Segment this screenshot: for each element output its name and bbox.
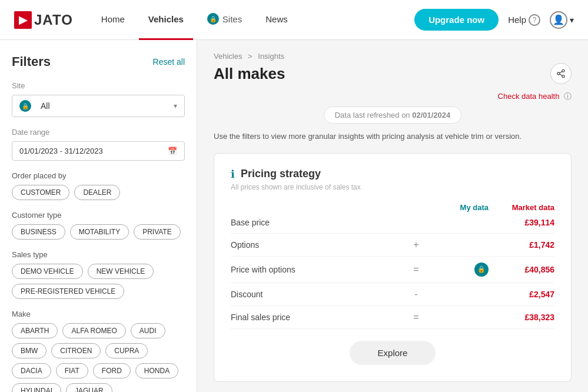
sales-type-filter: Sales type DEMO VEHICLE NEW VEHICLE PRE-… bbox=[12, 250, 185, 299]
pricing-row-price-with-options: Price with options = 🔒 £40,856 bbox=[231, 257, 554, 283]
user-icon: 👤 bbox=[550, 11, 567, 29]
col-market-data-header: Market data bbox=[496, 203, 554, 212]
make-filter: Make ABARTH ALFA ROMEO AUDI BMW CITROEN … bbox=[12, 310, 185, 392]
date-range-label: Date range bbox=[12, 128, 185, 137]
share-icon bbox=[556, 69, 566, 78]
price-with-options-label: Price with options bbox=[231, 265, 407, 274]
breadcrumb: Vehicles > Insights bbox=[214, 52, 572, 61]
svg-line-4 bbox=[560, 71, 563, 73]
price-with-options-mydata: 🔒 bbox=[425, 263, 496, 277]
base-price-label: Base price bbox=[231, 218, 407, 227]
options-label: Options bbox=[231, 240, 407, 250]
price-with-options-market: £40,856 bbox=[496, 265, 554, 274]
chip-citroen[interactable]: CITROEN bbox=[51, 343, 101, 358]
main-content: Vehicles > Insights All makes Check data… bbox=[197, 40, 588, 392]
chip-cupra[interactable]: CUPRA bbox=[105, 343, 148, 358]
share-button[interactable] bbox=[550, 63, 572, 84]
check-health-info-icon: ⓘ bbox=[564, 92, 572, 101]
pricing-card-title: Pricing strategy bbox=[241, 168, 321, 180]
chip-customer[interactable]: CUSTOMER bbox=[12, 185, 69, 200]
chip-abarth[interactable]: ABARTH bbox=[12, 323, 58, 338]
order-placed-by-filter: Order placed by CUSTOMER DEALER bbox=[12, 171, 185, 200]
pricing-card-header: ℹ Pricing strategy bbox=[231, 168, 554, 181]
navbar: ▶ JATO Home Vehicles 🔒 Sites News Upgrad… bbox=[0, 0, 588, 40]
pricing-row-base-price: Base price £39,114 bbox=[231, 212, 554, 234]
filters-title: Filters bbox=[12, 54, 51, 69]
date-range-filter: Date range 01/01/2023 - 31/12/2023 📅 bbox=[12, 128, 185, 161]
sales-type-label: Sales type bbox=[12, 250, 185, 259]
options-market: £1,742 bbox=[496, 240, 554, 250]
chip-hyundai[interactable]: HYUNDAI bbox=[12, 383, 61, 392]
chip-jaguar[interactable]: JAGUAR bbox=[66, 383, 112, 392]
check-health: Check data health ⓘ bbox=[214, 91, 572, 102]
discount-op: - bbox=[407, 289, 425, 300]
site-label: Site bbox=[12, 81, 185, 90]
breadcrumb-parent[interactable]: Vehicles bbox=[214, 52, 242, 61]
help-link[interactable]: Help ? bbox=[508, 14, 540, 26]
chip-alfa-romeo[interactable]: ALFA ROMEO bbox=[62, 323, 125, 338]
breadcrumb-separator: > bbox=[248, 52, 253, 61]
final-price-market: £38,323 bbox=[496, 313, 554, 322]
nav-home[interactable]: Home bbox=[92, 0, 134, 40]
pricing-card: ℹ Pricing strategy All prices shown are … bbox=[214, 153, 572, 382]
nav-links: Home Vehicles 🔒 Sites News bbox=[92, 0, 414, 40]
chip-motability[interactable]: MOTABILITY bbox=[70, 224, 129, 240]
chip-pre-registered[interactable]: PRE-REGISTERED VEHICLE bbox=[12, 284, 124, 299]
chip-honda[interactable]: HONDA bbox=[135, 363, 178, 378]
pricing-row-discount: Discount - £2,547 bbox=[231, 283, 554, 306]
hint-text: Use the filters to view more granular in… bbox=[214, 131, 572, 142]
chip-private[interactable]: PRIVATE bbox=[134, 224, 181, 240]
chip-demo-vehicle[interactable]: DEMO VEHICLE bbox=[12, 264, 83, 279]
logo-text: JATO bbox=[34, 12, 73, 28]
chip-ford[interactable]: FORD bbox=[93, 363, 131, 378]
pricing-subtitle: All prices shown are inclusive of sales … bbox=[231, 183, 554, 191]
chip-dealer[interactable]: DEALER bbox=[74, 185, 120, 200]
customer-type-filter: Customer type BUSINESS MOTABILITY PRIVAT… bbox=[12, 211, 185, 240]
data-refresh-prefix: Data last refreshed on bbox=[335, 111, 410, 119]
site-filter: Site 🔒 All ▾ bbox=[12, 81, 185, 117]
sidebar-header: Filters Reset all bbox=[12, 54, 185, 69]
chip-fiat[interactable]: FIAT bbox=[56, 363, 88, 378]
chip-dacia[interactable]: DACIA bbox=[12, 363, 51, 378]
reset-all-button[interactable]: Reset all bbox=[153, 57, 185, 67]
price-with-options-op: = bbox=[407, 264, 425, 275]
nav-sites[interactable]: 🔒 Sites bbox=[198, 0, 251, 40]
main-layout: Filters Reset all Site 🔒 All ▾ Date rang… bbox=[0, 40, 588, 392]
explore-button[interactable]: Explore bbox=[350, 341, 436, 365]
chip-new-vehicle[interactable]: NEW VEHICLE bbox=[88, 264, 154, 279]
chip-bmw[interactable]: BMW bbox=[12, 343, 46, 358]
sidebar: Filters Reset all Site 🔒 All ▾ Date rang… bbox=[0, 40, 197, 392]
nav-sites-label: Sites bbox=[222, 14, 242, 24]
customer-type-label: Customer type bbox=[12, 211, 185, 220]
pricing-info-icon: ℹ bbox=[231, 168, 235, 181]
upgrade-button[interactable]: Upgrade now bbox=[414, 9, 499, 31]
chip-business[interactable]: BUSINESS bbox=[12, 224, 65, 240]
site-select-inner: 🔒 All ▾ bbox=[19, 100, 177, 112]
sites-lock-icon: 🔒 bbox=[207, 13, 219, 25]
date-range-input[interactable]: 01/01/2023 - 31/12/2023 📅 bbox=[12, 141, 185, 161]
help-label: Help bbox=[508, 15, 526, 25]
order-placed-by-label: Order placed by bbox=[12, 171, 185, 180]
site-select[interactable]: 🔒 All ▾ bbox=[12, 95, 185, 117]
nav-vehicles[interactable]: Vehicles bbox=[139, 0, 193, 40]
order-chips: CUSTOMER DEALER bbox=[12, 185, 185, 200]
make-label: Make bbox=[12, 310, 185, 318]
page-title: All makes bbox=[214, 63, 572, 84]
sales-type-chips: DEMO VEHICLE NEW VEHICLE PRE-REGISTERED … bbox=[12, 264, 185, 299]
nav-news[interactable]: News bbox=[256, 0, 297, 40]
chip-audi[interactable]: AUDI bbox=[131, 323, 165, 338]
discount-label: Discount bbox=[231, 290, 407, 299]
nav-right: Upgrade now Help ? 👤 ▾ bbox=[414, 9, 574, 31]
options-op: + bbox=[407, 240, 425, 250]
svg-line-3 bbox=[560, 74, 563, 76]
page-title-text: All makes bbox=[214, 65, 285, 83]
final-price-op: = bbox=[407, 312, 425, 323]
final-price-label: Final sales price bbox=[231, 313, 407, 322]
pricing-row-final-sales-price: Final sales price = £38,323 bbox=[231, 306, 554, 329]
breadcrumb-current: Insights bbox=[258, 52, 284, 61]
data-refresh-date: 02/01/2024 bbox=[412, 111, 450, 119]
check-health-link[interactable]: Check data health ⓘ bbox=[498, 92, 572, 101]
discount-market: £2,547 bbox=[496, 290, 554, 299]
user-menu[interactable]: 👤 ▾ bbox=[550, 11, 574, 29]
logo: ▶ JATO bbox=[14, 11, 73, 29]
